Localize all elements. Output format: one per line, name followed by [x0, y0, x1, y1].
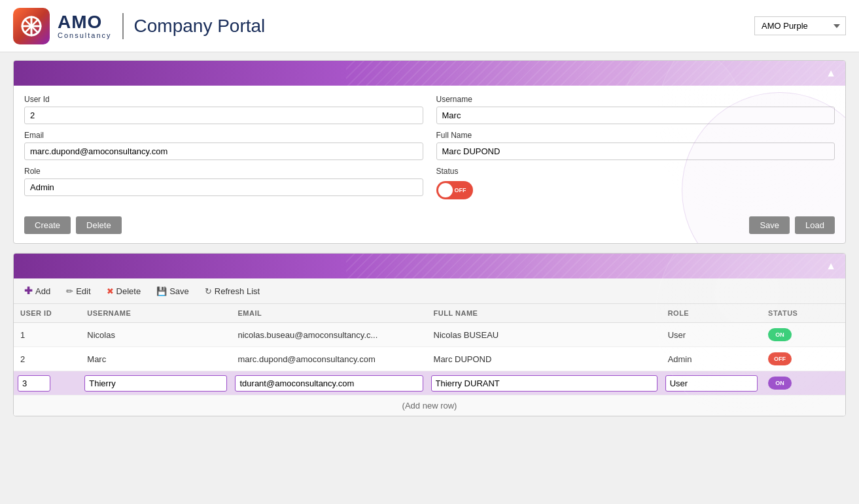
role-group: Role: [24, 167, 423, 199]
cell-email: marc.dupond@amoconsultancy.com: [231, 347, 427, 371]
amo-logo-icon: [13, 8, 50, 44]
cell-email: nicolas.buseau@amoconsultancy.c...: [231, 323, 427, 347]
username-input[interactable]: [436, 107, 835, 124]
logo-text: AMO Consultancy: [58, 13, 112, 39]
left-btn-row: Create Delete: [24, 216, 122, 234]
main-content: ▲ User Id Username Email: [0, 52, 859, 424]
delete-button[interactable]: Delete: [76, 216, 122, 234]
table-row[interactable]: 2 Marc marc.dupond@amoconsultancy.com Ma…: [14, 347, 845, 371]
col-status: STATUS: [762, 304, 845, 323]
add-new-row-button[interactable]: (Add new row): [14, 395, 845, 416]
email-label: Email: [24, 131, 423, 140]
page-title: Company Portal: [134, 16, 266, 37]
cell-status: ON: [762, 323, 845, 347]
cell-email-editable: [231, 371, 427, 395]
form-grid: User Id Username Email Full Name: [24, 95, 835, 199]
app-header: AMO Consultancy Company Portal AMO Purpl…: [0, 0, 859, 52]
theme-selector[interactable]: AMO Purple AMO Blue AMO Green: [754, 16, 846, 35]
grid-panel-header: ▲: [14, 254, 845, 278]
role-label: Role: [24, 167, 423, 176]
username-group: Username: [436, 95, 835, 124]
toolbar-refresh-button[interactable]: ↻ Refresh List: [202, 285, 262, 297]
logo-area: AMO Consultancy: [13, 8, 112, 44]
save-button[interactable]: Save: [749, 216, 790, 234]
load-button[interactable]: Load: [795, 216, 835, 234]
cell-username: Nicolas: [80, 323, 231, 347]
user-id-group: User Id: [24, 95, 423, 124]
grid-table-container: USER ID USERNAME EMAIL FULL NAME ROLE ST…: [14, 304, 845, 416]
user-id-input[interactable]: [24, 107, 423, 124]
table-row[interactable]: 1 Nicolas nicolas.buseau@amoconsultancy.…: [14, 323, 845, 347]
table-row[interactable]: ON: [14, 371, 845, 395]
cell-username: Marc: [80, 347, 231, 371]
edit-username-input[interactable]: [84, 375, 227, 392]
role-input[interactable]: [24, 178, 423, 196]
status-off-label: OFF: [455, 187, 466, 193]
amo-sub: Consultancy: [58, 31, 112, 39]
cell-role-editable: [661, 371, 762, 395]
edit-role-input[interactable]: [665, 375, 758, 392]
cell-user-id-editable: [14, 371, 80, 395]
create-button[interactable]: Create: [24, 216, 71, 234]
edit-full-name-input[interactable]: [431, 375, 657, 392]
form-panel-collapse-button[interactable]: ▲: [826, 67, 836, 79]
cell-status-editable: ON: [762, 371, 845, 395]
email-group: Email: [24, 131, 423, 160]
cell-user-id: 2: [14, 347, 80, 371]
user-id-label: User Id: [24, 95, 423, 104]
cell-full-name-editable: [427, 371, 661, 395]
grid-panel-collapse-button[interactable]: ▲: [826, 260, 836, 272]
toolbar-delete-label: Delete: [116, 286, 141, 296]
cell-role: Admin: [661, 347, 762, 371]
fullname-input[interactable]: [436, 143, 835, 160]
toolbar-edit-label: Edit: [76, 286, 90, 296]
fullname-label: Full Name: [436, 131, 835, 140]
table-header: USER ID USERNAME EMAIL FULL NAME ROLE ST…: [14, 304, 845, 323]
col-email: EMAIL: [231, 304, 427, 323]
table-body: 1 Nicolas nicolas.buseau@amoconsultancy.…: [14, 323, 845, 395]
cell-full-name: Marc DUPOND: [427, 347, 661, 371]
table-header-row: USER ID USERNAME EMAIL FULL NAME ROLE ST…: [14, 304, 845, 323]
email-input[interactable]: [24, 143, 423, 160]
col-username: USERNAME: [80, 304, 231, 323]
status-group: Status OFF: [436, 167, 835, 199]
col-user-id: USER ID: [14, 304, 80, 323]
edit-email-input[interactable]: [235, 375, 423, 392]
status-badge-on-purple: ON: [768, 377, 792, 390]
edit-icon: ✏: [66, 286, 73, 296]
toolbar-add-label: Add: [35, 286, 50, 296]
cell-role: User: [661, 323, 762, 347]
refresh-icon: ↻: [205, 286, 212, 296]
status-toggle-container: OFF: [436, 181, 835, 199]
toolbar-add-button[interactable]: ✚ Add: [22, 284, 53, 298]
toolbar-save-label: Save: [169, 286, 189, 296]
cell-user-id: 1: [14, 323, 80, 347]
toolbar-edit-button[interactable]: ✏ Edit: [63, 285, 93, 297]
status-badge-off: OFF: [768, 352, 792, 365]
cell-full-name: Nicolas BUSEAU: [427, 323, 661, 347]
status-badge-on: ON: [768, 328, 792, 341]
toolbar-save-button[interactable]: 💾 Save: [154, 285, 192, 297]
col-full-name: FULL NAME: [427, 304, 661, 323]
toolbar-delete-button[interactable]: ✖ Delete: [104, 285, 144, 297]
status-label: Status: [436, 167, 835, 176]
status-toggle[interactable]: OFF: [436, 181, 473, 199]
form-panel-header: ▲: [14, 61, 845, 86]
right-btn-row: Save Load: [749, 216, 835, 234]
grid-panel: ▲ ✚ Add ✏ Edit ✖ Delete 💾 Save ↻ Refresh: [13, 253, 846, 416]
edit-user-id-input[interactable]: [18, 375, 50, 392]
header-divider: [122, 13, 124, 39]
data-table: USER ID USERNAME EMAIL FULL NAME ROLE ST…: [14, 304, 845, 395]
form-panel-body: User Id Username Email Full Name: [14, 86, 845, 243]
cell-status: OFF: [762, 347, 845, 371]
username-label: Username: [436, 95, 835, 104]
fullname-group: Full Name: [436, 131, 835, 160]
toolbar-refresh-label: Refresh List: [215, 286, 260, 296]
form-panel: ▲ User Id Username Email: [13, 60, 846, 244]
col-role: ROLE: [661, 304, 762, 323]
amo-wordmark: AMO: [58, 13, 112, 31]
add-icon: ✚: [24, 285, 33, 297]
save-icon: 💾: [156, 286, 167, 296]
header-right: AMO Purple AMO Blue AMO Green: [754, 16, 846, 35]
delete-icon: ✖: [107, 286, 114, 296]
